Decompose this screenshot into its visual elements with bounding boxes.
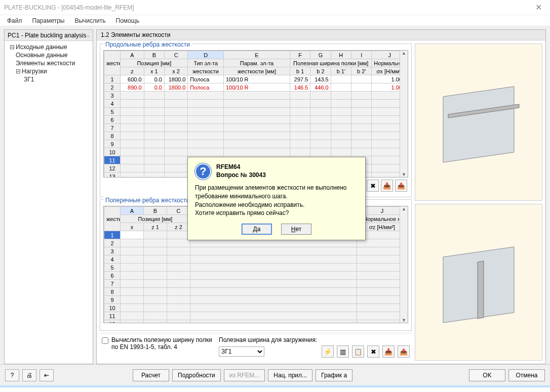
yes-button[interactable]: Да xyxy=(242,224,272,235)
delete-icon[interactable]: ✖ xyxy=(367,345,379,358)
menu-help[interactable]: Помощь xyxy=(112,16,143,25)
menubar: Файл Параметры Вычислить Помощь xyxy=(0,15,550,26)
load-select-label: Полезная ширина для загружения: xyxy=(219,336,410,343)
question-icon: ? xyxy=(195,163,211,180)
dialog-question-no: Вопрос № 30043 xyxy=(216,171,266,180)
no-button[interactable]: Нет xyxy=(281,224,311,235)
table-row[interactable]: 8 xyxy=(104,288,408,296)
table-row[interactable]: 5 xyxy=(104,264,408,272)
tree-stiffeners[interactable]: Элементы жесткости xyxy=(7,59,91,67)
scrollbar-vertical[interactable] xyxy=(400,206,408,323)
status-bar xyxy=(0,385,550,387)
export-icon[interactable]: 📤 xyxy=(395,180,407,192)
case-dropdown[interactable]: PC1 - Plate buckling analysis ⌵ xyxy=(5,30,93,41)
table-row[interactable]: 4 xyxy=(104,255,408,264)
table-row[interactable]: 3 xyxy=(104,247,408,255)
table-row[interactable]: 11 xyxy=(104,312,408,320)
group-longitudinal-title: Продольные ребра жесткости xyxy=(103,41,192,48)
ok-button[interactable]: OK xyxy=(469,369,505,381)
cancel-button[interactable]: Отмена xyxy=(508,369,545,381)
rfem-button[interactable]: из RFEM... xyxy=(224,369,265,381)
left-panel: PC1 - Plate buckling analysis ⌵ ⊟Исходны… xyxy=(4,29,93,364)
menu-calc[interactable]: Вычислить xyxy=(70,16,109,25)
checkbox-input[interactable] xyxy=(102,337,108,344)
details-button[interactable]: Подробности xyxy=(172,369,221,381)
window-title: PLATE-BUCKLING - [004545-model-file_RFEM… xyxy=(4,4,531,11)
prev-icon[interactable]: ⇤ xyxy=(40,369,54,381)
table-row[interactable]: 10 xyxy=(104,304,408,312)
svg-marker-0 xyxy=(443,86,514,162)
menu-params[interactable]: Параметры xyxy=(28,16,69,25)
tree-load-zg1[interactable]: ЗГ1 xyxy=(7,75,91,83)
table-row[interactable]: 7 xyxy=(104,280,408,288)
table-row[interactable]: 1600.00.01800.0Полоса100/10 R297.5143.51… xyxy=(104,75,408,83)
scrollbar-vertical[interactable] xyxy=(400,51,408,177)
delete-icon[interactable]: ✖ xyxy=(367,180,379,192)
nat-button[interactable]: Нац. прил... xyxy=(268,369,312,381)
help-icon[interactable]: ? xyxy=(5,369,19,381)
panel-title: 1.2 Элементы жесткости xyxy=(97,30,545,40)
export-icon[interactable]: 📤 xyxy=(398,345,410,358)
import-icon[interactable]: 📥 xyxy=(382,345,395,358)
nav-tree: ⊟Исходные данные Основные данные Элемент… xyxy=(5,41,93,85)
tree-loads[interactable]: ⊟Нагрузки xyxy=(7,67,91,75)
load-select[interactable]: ЗГ1 xyxy=(219,346,264,357)
svg-marker-3 xyxy=(478,261,484,319)
preview-transverse xyxy=(415,204,542,361)
table-row[interactable]: 9 xyxy=(104,140,408,148)
footer: ? 🖨 ⇤ Расчет Подробности из RFEM... Нац.… xyxy=(0,364,550,385)
tree-basic-data[interactable]: Основные данные xyxy=(7,51,91,59)
menu-file[interactable]: Файл xyxy=(3,16,26,25)
import-icon[interactable]: 📥 xyxy=(381,180,393,192)
copy-icon[interactable]: 📋 xyxy=(352,345,364,358)
table-row[interactable]: 9 xyxy=(104,296,408,304)
table-row[interactable]: 3 xyxy=(104,92,408,100)
chevron-down-icon: ⌵ xyxy=(87,32,90,38)
table-row[interactable]: 6 xyxy=(104,272,408,280)
bolt-icon[interactable]: ⚡ xyxy=(322,345,334,358)
tree-root[interactable]: ⊟Исходные данные xyxy=(7,43,91,51)
message-dialog: ? RFEM64 Вопрос № 30043 При размещении э… xyxy=(187,157,366,240)
case-dropdown-label: PC1 - Plate buckling analysis xyxy=(8,32,86,39)
close-icon[interactable]: ✕ xyxy=(531,3,546,12)
table-row[interactable]: 4 xyxy=(104,100,408,108)
table-row[interactable]: 5 xyxy=(104,108,408,116)
print-icon[interactable]: 🖨 xyxy=(22,369,36,381)
table-row[interactable]: 8 xyxy=(104,132,408,140)
table-row[interactable]: 10 xyxy=(104,148,408,156)
table-row[interactable]: 6 xyxy=(104,116,408,124)
columns-icon[interactable]: ▥ xyxy=(337,345,349,358)
checkbox-effective-width[interactable]: Вычислить полезную ширину полки по EN 19… xyxy=(102,336,213,351)
preview-longitudinal xyxy=(415,43,542,201)
group-transverse-title: Поперечные ребра жесткости xyxy=(103,197,191,204)
dialog-app: RFEM64 xyxy=(216,163,266,171)
col-rowhead: жестк № xyxy=(104,51,121,75)
titlebar: PLATE-BUCKLING - [004545-model-file_RFEM… xyxy=(0,0,550,15)
bottom-options: Вычислить полезную ширину полки по EN 19… xyxy=(100,333,412,361)
graph-button[interactable]: График а xyxy=(316,369,352,381)
table-row[interactable]: 2890.00.01800.0Полоса100/10 R146.5446.01… xyxy=(104,83,408,92)
table-row[interactable]: 12 xyxy=(104,320,408,324)
table-row[interactable]: 7 xyxy=(104,124,408,132)
calc-button[interactable]: Расчет xyxy=(133,369,169,381)
